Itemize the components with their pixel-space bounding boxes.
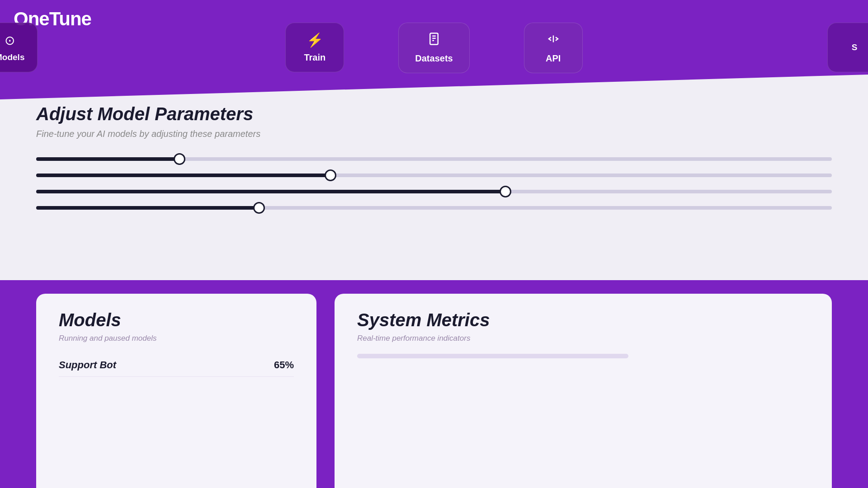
slider-track-2[interactable]	[36, 174, 832, 177]
params-title: Adjust Model Parameters	[36, 104, 832, 124]
slider-thumb-2[interactable]	[325, 169, 336, 181]
api-icon	[547, 32, 560, 49]
sliders-container	[36, 157, 832, 210]
nav-label-settings: S	[852, 42, 858, 52]
slider-fill-2	[36, 174, 330, 177]
metrics-subtitle: Real-time performance indicators	[357, 334, 809, 343]
nav-bar: ⚡ Train Datasets	[0, 23, 868, 73]
params-subtitle: Fine-tune your AI models by adjusting th…	[36, 129, 832, 139]
slider-row-1	[36, 157, 832, 161]
nav-item-train[interactable]: ⚡ Train	[285, 23, 344, 72]
nav-label-train: Train	[304, 52, 326, 63]
train-icon: ⚡	[307, 32, 323, 48]
nav-label-datasets: Datasets	[415, 53, 453, 64]
models-card-subtitle: Running and paused models	[59, 334, 294, 343]
slider-row-3	[36, 190, 832, 193]
nav-label-api: API	[546, 53, 561, 64]
models-card-title: Models	[59, 310, 294, 330]
params-section: Adjust Model Parameters Fine-tune your A…	[0, 81, 868, 228]
model-row[interactable]: Support Bot 65%	[59, 354, 294, 377]
metric-bar-row-1	[357, 354, 809, 358]
model-percent: 65%	[274, 359, 294, 371]
slider-row-4	[36, 206, 832, 210]
datasets-icon	[427, 32, 441, 49]
metrics-title: System Metrics	[357, 310, 809, 330]
model-name: Support Bot	[59, 359, 116, 371]
models-card: Models Running and paused models Support…	[36, 294, 316, 488]
slider-fill-1	[36, 157, 179, 161]
slider-track-4[interactable]	[36, 206, 832, 210]
nav-item-api[interactable]: API	[524, 23, 583, 73]
slider-track-1[interactable]	[36, 157, 832, 161]
slider-track-3[interactable]	[36, 190, 832, 193]
slider-thumb-1[interactable]	[174, 153, 185, 165]
main-content: Adjust Model Parameters Fine-tune your A…	[0, 81, 868, 488]
nav-item-datasets[interactable]: Datasets	[398, 23, 469, 73]
slider-row-2	[36, 174, 832, 177]
slider-thumb-3[interactable]	[500, 186, 511, 197]
metric-bar-track-1	[357, 354, 628, 358]
nav-item-settings[interactable]: S	[827, 23, 868, 72]
metrics-card: System Metrics Real-time performance ind…	[335, 294, 832, 488]
slider-fill-3	[36, 190, 505, 193]
bottom-section: Models Running and paused models Support…	[0, 280, 868, 488]
slider-thumb-4[interactable]	[253, 202, 265, 214]
slider-fill-4	[36, 206, 259, 210]
